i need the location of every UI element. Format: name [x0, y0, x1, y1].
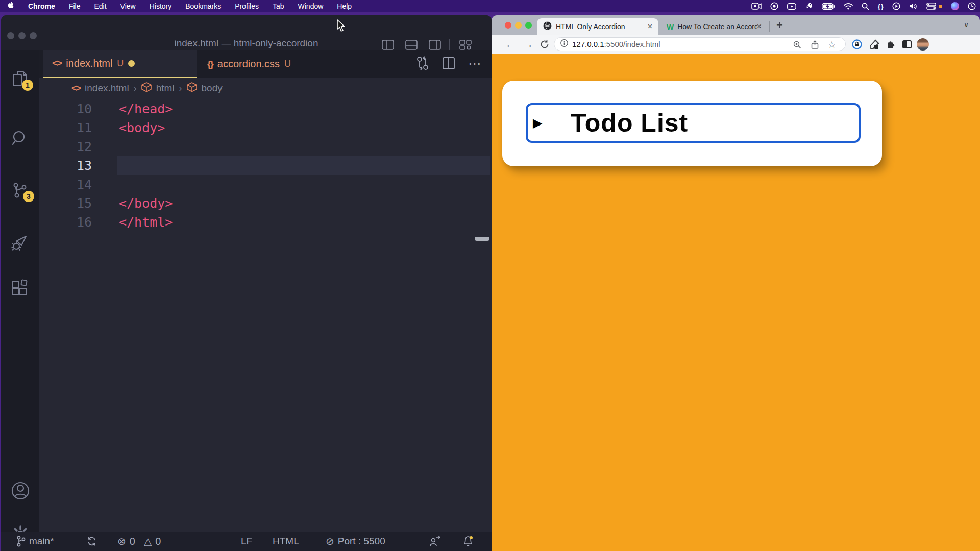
forward-button[interactable]: →: [523, 35, 533, 54]
back-button[interactable]: ←: [505, 35, 516, 54]
wifi-icon[interactable]: [844, 3, 853, 10]
errors-count: 0: [130, 536, 135, 547]
code-editor[interactable]: 10</head> 11<body> 12 13 14 15</body> 16…: [39, 99, 492, 232]
line-number: 15: [39, 194, 92, 213]
search-icon[interactable]: [862, 3, 869, 10]
reload-button[interactable]: [540, 35, 549, 54]
menu-history[interactable]: History: [150, 2, 172, 10]
menu-help[interactable]: Help: [337, 2, 352, 10]
siri-icon[interactable]: [951, 2, 959, 10]
tab-title: HTML Only Accordion: [556, 22, 625, 31]
mouse-cursor: [336, 19, 348, 33]
branch-icon: [16, 536, 26, 547]
rocket-icon[interactable]: [805, 2, 813, 10]
code-line: 15</body>: [39, 194, 492, 213]
apple-icon[interactable]: [8, 2, 16, 11]
menu-view[interactable]: View: [120, 2, 136, 10]
volume-icon[interactable]: [909, 3, 918, 10]
eol-indicator[interactable]: LF: [241, 532, 252, 551]
control-center-icon[interactable]: [926, 3, 942, 10]
menu-edit[interactable]: Edit: [94, 2, 106, 10]
screen-record-icon[interactable]: [751, 3, 762, 10]
tab-search-chevron-icon[interactable]: ∨: [964, 20, 969, 29]
url-text[interactable]: 127.0.0.1:5500/index.html: [572, 40, 660, 48]
split-editor-icon[interactable]: [443, 57, 455, 71]
run-debug-icon[interactable]: [11, 234, 29, 252]
zoom-window-button[interactable]: [525, 22, 532, 29]
activity-bar: 1 3 1: [1, 50, 39, 532]
menu-bookmarks[interactable]: Bookmarks: [185, 2, 221, 10]
accordion-card: ▶ Todo List: [502, 81, 882, 166]
menu-tab[interactable]: Tab: [273, 2, 284, 10]
video-icon[interactable]: [787, 3, 796, 10]
code-line-active: 13: [39, 156, 492, 175]
new-tab-button[interactable]: +: [776, 18, 783, 32]
clock-icon[interactable]: [968, 2, 976, 10]
line-number: 14: [39, 175, 92, 194]
close-tab-icon[interactable]: ×: [757, 22, 762, 31]
colorpicker-extension-icon[interactable]: [869, 35, 879, 54]
extensions-icon[interactable]: [11, 281, 29, 299]
menu-chrome[interactable]: Chrome: [28, 2, 55, 10]
titlebar-divider: [449, 39, 450, 51]
sync-icon[interactable]: [87, 532, 97, 551]
zoom-page-icon[interactable]: [793, 38, 801, 52]
explorer-icon[interactable]: 1: [11, 70, 29, 89]
close-window-button[interactable]: [505, 22, 511, 29]
privacy-extension-icon[interactable]: [852, 35, 862, 54]
source-control-badge: 3: [23, 191, 34, 202]
line-number: 10: [39, 99, 92, 118]
tab-accordion-css[interactable]: {} accordion.css U: [198, 50, 346, 78]
code-line: 11<body>: [39, 118, 492, 137]
notifications-bell-icon[interactable]: [462, 532, 474, 551]
extensions-puzzle-icon[interactable]: [886, 35, 896, 54]
tab-index-html[interactable]: <> index.html U: [43, 50, 197, 78]
more-actions-icon[interactable]: ⋯: [468, 56, 482, 72]
line-number: 13: [39, 156, 92, 175]
play-circle-icon[interactable]: [892, 2, 900, 10]
problems-status[interactable]: ⊗ 0 △ 0: [117, 532, 161, 551]
live-share-icon[interactable]: [429, 532, 441, 551]
vscode-window: index.html — html-only-accordion 1 3: [1, 15, 492, 551]
search-sidebar-icon[interactable]: [11, 129, 29, 147]
warnings-icon: △: [144, 535, 152, 547]
accordion-summary[interactable]: ▶ Todo List: [526, 103, 861, 143]
errors-icon: ⊗: [117, 535, 126, 547]
current-line-highlight: [117, 156, 490, 175]
minimize-window-button[interactable]: [515, 22, 522, 29]
breadcrumb-html[interactable]: html: [156, 83, 175, 94]
source-control-icon[interactable]: 3: [11, 182, 29, 200]
scroll-handle[interactable]: [475, 237, 489, 241]
window-title: index.html — html-only-accordion: [1, 38, 492, 49]
battery-icon[interactable]: [822, 3, 835, 10]
close-tab-icon[interactable]: ×: [648, 22, 652, 31]
tab-html-only-accordion[interactable]: HTML Only Accordion ×: [537, 18, 658, 35]
breadcrumb-file[interactable]: index.html: [85, 83, 129, 94]
branch-status[interactable]: main*: [16, 532, 54, 551]
branch-name: main*: [29, 536, 54, 547]
tab-label: index.html: [66, 58, 112, 69]
menu-window[interactable]: Window: [298, 2, 324, 10]
breadcrumb-body[interactable]: body: [202, 83, 223, 94]
menu-file[interactable]: File: [69, 2, 81, 10]
tab-how-to-create-accordion[interactable]: W How To Create an Accordion ×: [662, 18, 767, 35]
accounts-icon[interactable]: [11, 481, 29, 499]
side-panel-icon[interactable]: [902, 35, 912, 54]
live-server-port[interactable]: ⊘ Port : 5500: [326, 532, 385, 551]
language-mode[interactable]: HTML: [273, 532, 299, 551]
globe-favicon: [543, 21, 552, 32]
site-info-icon[interactable]: [560, 39, 568, 49]
input-source-icon[interactable]: { }: [878, 3, 884, 10]
address-bar[interactable]: 127.0.0.1:5500/index.html ☆: [554, 37, 846, 51]
unsaved-dot-icon[interactable]: [128, 60, 135, 67]
menu-profiles[interactable]: Profiles: [235, 2, 259, 10]
profile-avatar[interactable]: [917, 35, 929, 54]
warnings-count: 0: [155, 536, 161, 547]
bookmark-star-icon[interactable]: ☆: [828, 38, 836, 52]
tab-title: How To Create an Accordion: [677, 22, 756, 31]
record-icon[interactable]: [770, 2, 778, 10]
vscode-titlebar[interactable]: index.html — html-only-accordion: [1, 15, 492, 50]
compare-changes-icon[interactable]: [416, 56, 429, 72]
share-icon[interactable]: [811, 38, 819, 52]
macos-menu-bar: Chrome File Edit View History Bookmarks …: [0, 0, 980, 12]
